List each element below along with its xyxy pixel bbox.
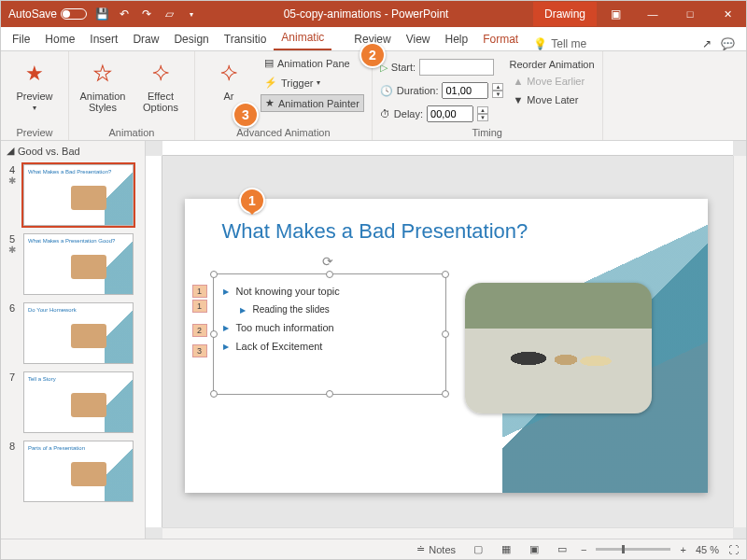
tab-animations[interactable]: Animatic: [274, 26, 331, 50]
slide-thumbnail[interactable]: Do Your Homework: [23, 302, 134, 364]
slide-number: 4✱: [7, 164, 18, 226]
share-icon[interactable]: ↗: [702, 37, 712, 50]
thumbnail-row[interactable]: 4✱ What Makes a Bad Presentation?: [1, 161, 145, 230]
tab-home[interactable]: Home: [37, 28, 82, 50]
tab-draw[interactable]: Draw: [125, 28, 166, 50]
resize-handle[interactable]: [210, 390, 218, 398]
undo-icon[interactable]: ↶: [117, 7, 132, 21]
resize-handle[interactable]: [210, 271, 218, 278]
fit-to-window-icon[interactable]: ⛶: [728, 544, 739, 555]
slide-thumbnail[interactable]: Tell a Story: [23, 371, 134, 433]
notes-button[interactable]: ≐ Notes: [413, 541, 459, 557]
slide-canvas[interactable]: What Makes a Bad Presentation? 1 1 2 3 ⟳…: [185, 199, 708, 493]
save-icon[interactable]: 💾: [94, 7, 109, 21]
start-select[interactable]: [419, 59, 494, 76]
thumbnail-row[interactable]: 6 Do Your Homework: [1, 299, 145, 368]
slide-thumbnail[interactable]: What Makes a Bad Presentation?: [23, 164, 134, 226]
tab-hidden[interactable]: [331, 41, 346, 50]
thumbnail-row[interactable]: 8 Parts of a Presentation: [1, 437, 145, 506]
slide-sorter-icon[interactable]: ▦: [497, 542, 515, 557]
tutorial-callout-3: 3: [233, 102, 259, 128]
duration-input[interactable]: [442, 82, 488, 99]
tab-help[interactable]: Help: [438, 28, 476, 50]
tutorial-callout-2: 2: [359, 42, 386, 68]
drawing-mode-tab[interactable]: Drawing: [533, 2, 597, 26]
delay-label: Delay:: [394, 108, 423, 119]
thumbnail-row[interactable]: 5✱ What Makes a Presentation Good?: [1, 230, 145, 299]
resize-handle[interactable]: [442, 330, 449, 338]
minimize-button[interactable]: —: [634, 1, 671, 27]
move-later-button[interactable]: ▼Move Later: [509, 92, 594, 107]
animation-pane-icon: ▤: [264, 57, 274, 69]
tab-transitions[interactable]: Transitio: [217, 28, 275, 50]
tutorial-callout-1: 1: [239, 188, 265, 214]
tab-file[interactable]: File: [5, 28, 37, 50]
tab-format[interactable]: Format: [475, 28, 526, 50]
tab-view[interactable]: View: [399, 28, 438, 50]
reading-view-icon[interactable]: ▣: [525, 542, 543, 557]
animation-styles-icon: ★: [88, 59, 118, 89]
slideshow-icon[interactable]: ▭: [553, 542, 571, 557]
ribbon-display-icon[interactable]: ▣: [597, 1, 634, 27]
slide-image[interactable]: [465, 283, 652, 413]
animation-tag[interactable]: 1: [192, 300, 207, 313]
animation-painter-button[interactable]: ★Animation Painter: [261, 94, 364, 112]
animation-styles-button[interactable]: ★ Animation Styles: [77, 55, 129, 113]
resize-handle[interactable]: [442, 271, 449, 278]
delay-spinner[interactable]: ▲▼: [477, 106, 488, 121]
zoom-out-button[interactable]: −: [581, 544, 586, 555]
close-button[interactable]: ✕: [709, 1, 746, 27]
resize-handle[interactable]: [210, 330, 218, 338]
section-header[interactable]: ◢Good vs. Bad: [1, 141, 145, 161]
delay-input[interactable]: [427, 105, 473, 122]
comments-icon[interactable]: 💬: [721, 37, 735, 50]
move-earlier-button: ▲Move Earlier: [509, 74, 594, 89]
slide-thumbnail[interactable]: What Makes a Presentation Good?: [23, 233, 134, 295]
content-textbox[interactable]: ⟳ Not knowing your topic Reading the sli…: [213, 273, 446, 395]
resize-handle[interactable]: [326, 271, 333, 278]
title-bar: AutoSave 💾 ↶ ↷ ▱ ▾ 05-copy-animations - …: [1, 1, 746, 27]
group-timing-label: Timing: [380, 125, 595, 138]
animation-pane-button[interactable]: ▤Animation Pane: [261, 55, 364, 71]
normal-view-icon[interactable]: ▢: [469, 542, 487, 557]
slide-editor[interactable]: What Makes a Bad Presentation? 1 1 2 3 ⟳…: [146, 141, 746, 540]
start-slideshow-icon[interactable]: ▱: [162, 7, 176, 21]
animation-tag[interactable]: 2: [192, 324, 207, 337]
collapse-icon: ◢: [7, 145, 14, 157]
add-animation-button[interactable]: ✦ Ar: [203, 55, 255, 102]
qat-more-icon[interactable]: ▾: [184, 7, 199, 21]
bullet-item[interactable]: Reading the slides: [253, 304, 434, 315]
redo-icon[interactable]: ↷: [139, 7, 154, 21]
start-label: Start:: [391, 62, 416, 73]
tell-me-search[interactable]: 💡 Tell me: [533, 37, 586, 50]
effect-options-button[interactable]: ✦ Effect Options: [134, 55, 187, 113]
autosave-toggle[interactable]: AutoSave: [8, 7, 87, 21]
tab-insert[interactable]: Insert: [82, 28, 125, 50]
trigger-button[interactable]: ⚡Trigger▾: [261, 75, 364, 91]
thumbnail-row[interactable]: 7 Tell a Story: [1, 368, 145, 437]
resize-handle[interactable]: [326, 390, 333, 398]
scrollbar-vertical[interactable]: [733, 156, 746, 527]
animation-tag[interactable]: 1: [192, 285, 207, 298]
preview-button[interactable]: ★ Preview▾: [8, 55, 61, 112]
bullet-item[interactable]: Too much information: [236, 322, 434, 333]
animation-tag[interactable]: 3: [192, 344, 207, 357]
ruler-horizontal: [162, 141, 733, 156]
maximize-button[interactable]: □: [671, 1, 709, 27]
zoom-in-button[interactable]: +: [680, 544, 685, 555]
tab-design[interactable]: Design: [166, 28, 216, 50]
slide-title[interactable]: What Makes a Bad Presentation?: [222, 219, 529, 244]
animation-painter-icon: ★: [265, 97, 275, 109]
duration-spinner[interactable]: ▲▼: [492, 83, 503, 98]
zoom-level[interactable]: 45 %: [696, 544, 719, 555]
move-earlier-icon: ▲: [513, 76, 523, 87]
bullet-item[interactable]: Not knowing your topic: [236, 286, 434, 297]
resize-handle[interactable]: [442, 390, 449, 398]
slide-thumbnail[interactable]: Parts of a Presentation: [23, 441, 134, 502]
workspace: ◢Good vs. Bad 4✱ What Makes a Bad Presen…: [1, 141, 746, 540]
slide-number: 8: [7, 441, 18, 502]
zoom-slider[interactable]: [596, 548, 670, 551]
bullet-item[interactable]: Lack of Excitement: [236, 341, 434, 352]
rotate-handle-icon[interactable]: ⟳: [322, 254, 333, 269]
group-advanced-label: Advanced Animation: [203, 125, 364, 138]
